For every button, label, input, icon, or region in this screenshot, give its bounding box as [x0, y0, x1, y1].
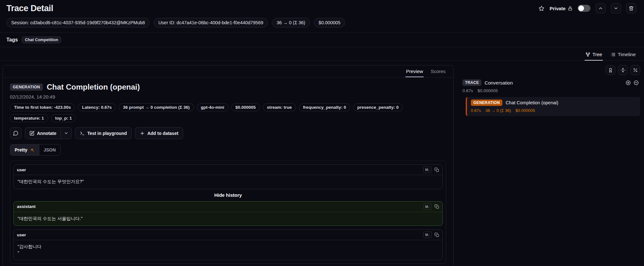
generation-title: Chat Completion (openai): [47, 83, 140, 92]
message-role: user: [17, 233, 26, 237]
copy-icon: [434, 233, 439, 237]
pen-icon: [29, 131, 34, 136]
message-header: user M↓: [14, 165, 442, 175]
generation-node-metrics: 0.67s 36 → 0 (Σ 36) $0.000005: [471, 108, 636, 113]
message-content: "대한민국의 수도는 서울입니다.": [14, 212, 442, 226]
scores-toggle-button[interactable]: [605, 65, 615, 75]
favorite-button[interactable]: [538, 5, 544, 11]
token-usage-badge: 36 → 0 (Σ 36): [272, 18, 310, 27]
generation-node-title: Chat Completion (openai): [506, 100, 558, 105]
message-content: "감사합니다 ": [14, 240, 442, 260]
message-block-user-2: user M↓ "감사합니다 ": [13, 229, 443, 260]
award-icon: [608, 68, 613, 73]
message-tools: M↓: [423, 203, 439, 210]
tab-timeline[interactable]: Timeline: [610, 50, 636, 60]
main-content: Preview Scores GENERATION Chat Completio…: [0, 61, 644, 266]
message-role: assistant: [17, 204, 36, 209]
preview-tabs: Preview Scores: [3, 65, 453, 78]
user-id-badge[interactable]: User ID: dc47a41e-06bc-400d-bde1-f0e440d…: [153, 18, 268, 27]
message-tools: M↓: [423, 232, 439, 238]
generation-node-badge: GENERATION: [471, 100, 502, 106]
generation-detail-pills: Time to first token: -423.00s Latency: 0…: [10, 103, 440, 122]
fold-vertical-icon: [620, 68, 625, 73]
message-role: user: [17, 167, 26, 172]
trace-latency: 0.67s: [463, 88, 473, 93]
tab-preview[interactable]: Preview: [402, 65, 427, 77]
pill-temperature: temperature: 1: [10, 114, 48, 122]
generation-node-latency: 0.67s: [471, 108, 481, 113]
trace-node[interactable]: TRACE Conversation: [461, 79, 640, 86]
terminal-icon: [80, 131, 85, 136]
tab-json[interactable]: JSON: [39, 144, 60, 155]
plus-icon: [140, 131, 145, 136]
copy-button[interactable]: [434, 204, 439, 209]
share-toggle[interactable]: [578, 5, 590, 12]
top-bar-actions: Private: [538, 3, 636, 13]
trace-name: Conversation: [485, 80, 513, 85]
message-content: "대한민국의 수도는 무엇인가요?": [14, 175, 442, 189]
next-trace-button[interactable]: [611, 3, 621, 13]
top-bar: Trace Detail Private: [0, 0, 644, 15]
pill-token-usage: 36 prompt → 0 completion (Σ 36): [119, 103, 194, 111]
chevron-up-icon: [598, 6, 603, 11]
markdown-toggle-button[interactable]: M↓: [423, 166, 432, 173]
message-header: assistant M↓: [14, 202, 442, 212]
session-badge[interactable]: Session: cd3abcd6-c81c-4037-935d-19d9f27…: [6, 18, 150, 27]
metrics-toggle-button[interactable]: [630, 65, 640, 75]
tab-tree[interactable]: Tree: [585, 50, 603, 60]
hide-history-button[interactable]: Hide history: [13, 192, 443, 198]
sparkles-icon: [30, 148, 34, 152]
expand-all-button[interactable]: [625, 80, 631, 85]
privacy-label: Private: [550, 6, 566, 11]
tree-icon: [585, 52, 590, 57]
prev-trace-button[interactable]: [596, 3, 606, 13]
tab-pretty[interactable]: Pretty: [10, 144, 39, 155]
comment-button[interactable]: [10, 127, 22, 139]
trace-detail-page: Trace Detail Private Session:: [0, 0, 644, 266]
playground-label: Test in playground: [87, 131, 127, 136]
trace-type-badge: TRACE: [463, 79, 481, 86]
markdown-toggle-button[interactable]: M↓: [423, 232, 432, 238]
copy-button[interactable]: [434, 167, 439, 172]
tab-scores[interactable]: Scores: [427, 65, 449, 77]
collapse-nodes-button[interactable]: [633, 80, 639, 85]
trace-tree-panel: TRACE Conversation 0.67s $0.000005 GENER: [461, 65, 641, 116]
markdown-toggle-button[interactable]: M↓: [423, 203, 432, 210]
generation-node[interactable]: GENERATION Chat Completion (openai) 0.67…: [466, 97, 640, 116]
tab-tree-label: Tree: [593, 52, 602, 57]
message-header: user M↓: [14, 230, 442, 240]
trace-cost: $0.000005: [477, 88, 498, 93]
share-toggle-knob: [578, 5, 584, 11]
generation-node-cost: $0.000005: [515, 108, 535, 113]
timeline-icon: [611, 52, 616, 57]
lock-icon: [568, 6, 573, 11]
privacy-status: Private: [550, 6, 573, 11]
annotate-dropdown-button[interactable]: [61, 128, 71, 139]
page-title: Trace Detail: [6, 4, 53, 13]
delete-trace-button[interactable]: [626, 3, 636, 13]
annotate-split-button: Annotate: [25, 127, 72, 139]
minus-circle-icon: [633, 80, 639, 85]
tags-row: Tags Chat Competition: [0, 33, 644, 47]
add-to-dataset-button[interactable]: Add to dataset: [135, 127, 183, 139]
cost-badge: $0.000005: [314, 18, 345, 27]
pill-latency: Latency: 0.67s: [78, 103, 116, 111]
playground-button[interactable]: Test in playground: [75, 127, 132, 139]
annotate-button[interactable]: Annotate: [25, 128, 61, 139]
copy-icon: [434, 204, 439, 209]
tab-timeline-label: Timeline: [618, 52, 636, 57]
pill-cost: $0.000005: [231, 103, 260, 111]
message-block-assistant: assistant M↓ "대한민국의 수도는 서울입니다.": [13, 201, 443, 226]
pill-frequency-penalty: frequency_penalty: 0: [299, 103, 350, 111]
trace-metrics: 0.67s $0.000005: [461, 86, 640, 97]
collapse-all-button[interactable]: [618, 65, 628, 75]
meta-badges-row: Session: cd3abcd6-c81c-4037-935d-19d9f27…: [0, 15, 644, 33]
trace-node-tools: [625, 80, 639, 85]
plus-circle-icon: [625, 80, 631, 85]
action-buttons-row: Annotate Test in playground Add to datas…: [10, 127, 446, 139]
message-block-user-1: user M↓ "대한민국의 수도는 무엇인가요?": [13, 164, 443, 189]
copy-button[interactable]: [434, 233, 439, 237]
star-icon: [538, 5, 544, 11]
preview-body: GENERATION Chat Completion (openai) 02/1…: [3, 78, 453, 266]
tag-chat-competition[interactable]: Chat Competition: [22, 36, 61, 43]
